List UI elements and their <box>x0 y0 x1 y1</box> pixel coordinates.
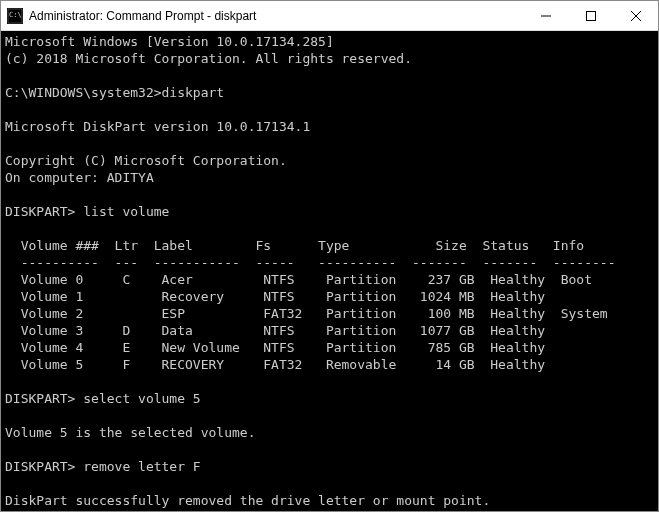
os-copyright: (c) 2018 Microsoft Corporation. All righ… <box>5 51 412 66</box>
os-version: Microsoft Windows [Version 10.0.17134.28… <box>5 34 334 49</box>
shell-command: diskpart <box>162 85 225 100</box>
diskpart-message: DiskPart successfully removed the drive … <box>5 493 490 508</box>
diskpart-command: list volume <box>83 204 169 219</box>
cmd-icon: C:\ <box>7 8 23 24</box>
terminal-output[interactable]: Microsoft Windows [Version 10.0.17134.28… <box>1 31 658 511</box>
minimize-button[interactable] <box>523 1 568 30</box>
volume-table: Volume ### Ltr Label Fs Type Size Status… <box>5 238 623 372</box>
maximize-button[interactable] <box>568 1 613 30</box>
diskpart-prompt: DISKPART> <box>5 391 75 406</box>
svg-rect-4 <box>586 11 595 20</box>
shell-prompt: C:\WINDOWS\system32> <box>5 85 162 100</box>
diskpart-prompt: DISKPART> <box>5 204 75 219</box>
diskpart-message: Volume 5 is the selected volume. <box>5 425 255 440</box>
diskpart-copyright: Copyright (C) Microsoft Corporation. <box>5 153 287 168</box>
diskpart-command: remove letter F <box>83 459 200 474</box>
titlebar: C:\ Administrator: Command Prompt - disk… <box>1 1 658 31</box>
diskpart-prompt: DISKPART> <box>5 459 75 474</box>
diskpart-version: Microsoft DiskPart version 10.0.17134.1 <box>5 119 310 134</box>
diskpart-computer: On computer: ADITYA <box>5 170 154 185</box>
diskpart-command: select volume 5 <box>83 391 200 406</box>
svg-text:C:\: C:\ <box>9 11 22 19</box>
window-title: Administrator: Command Prompt - diskpart <box>29 9 523 23</box>
close-button[interactable] <box>613 1 658 30</box>
